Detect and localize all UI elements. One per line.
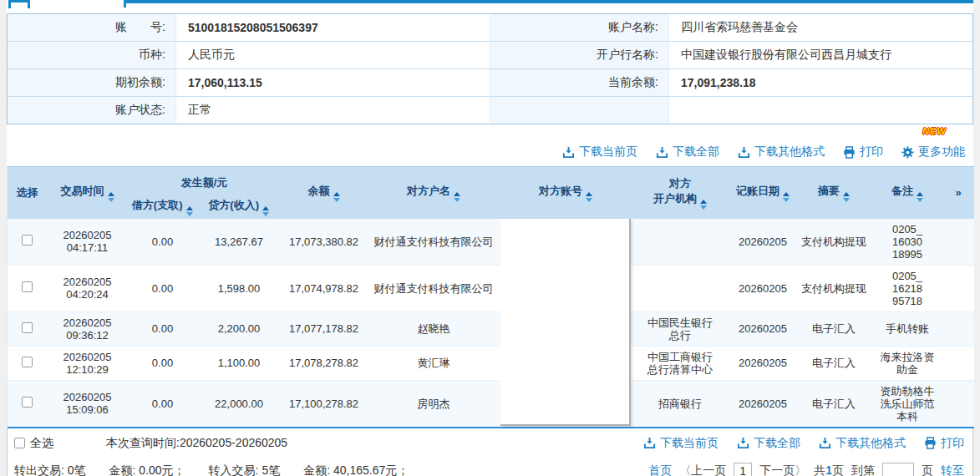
row-checkbox[interactable] <box>22 397 33 408</box>
expand-columns-button[interactable]: » <box>943 167 974 219</box>
header-remark[interactable]: 备注 <box>871 167 943 219</box>
select-all-label: 全选 <box>30 436 53 451</box>
header-debit[interactable]: 借方(支取) <box>128 198 196 216</box>
cell-date: 20260205 <box>729 380 796 428</box>
header-counterparty-name[interactable]: 对方户名 <box>367 167 500 219</box>
download-current-page-link[interactable]: 下载当前页 <box>562 144 637 160</box>
new-badge: NEW <box>922 126 947 136</box>
cell-credit: 1,598.00 <box>197 265 281 311</box>
header-summary[interactable]: 摘要 <box>796 167 871 219</box>
download-other-format-link[interactable]: 下载其他格式 <box>738 144 825 160</box>
tab-fragment[interactable] <box>8 0 30 8</box>
opening-balance-value: 17,060,113.15 <box>176 69 490 97</box>
row-checkbox[interactable] <box>22 322 33 333</box>
account-status-value: 正常 <box>176 97 490 124</box>
transaction-row: 20260205 04:20:24 0.00 1,598.00 17,074,9… <box>8 265 974 311</box>
tab-bar-underline <box>124 0 973 3</box>
account-number-label: 账 号: <box>8 14 176 42</box>
cell-summary: 电子汇入 <box>796 380 871 428</box>
cell-counterparty: 房明杰 <box>367 380 500 428</box>
pagination: 首页 〈上一页 1 下一页〉 共1页 到第 页 转至 <box>648 463 964 476</box>
download-all-link[interactable]: 下载全部 <box>656 144 719 160</box>
currency-label: 币种: <box>8 42 176 69</box>
current-page-number: 1 <box>734 463 752 476</box>
account-name-value: 四川省索玛慈善基金会 <box>669 14 973 42</box>
toolbar: NEW 下载当前页 下载全部 下载其他格式 打印 更多功能 <box>7 124 973 166</box>
row-checkbox[interactable] <box>22 357 33 367</box>
goto-page-unit: 页 <box>922 463 933 476</box>
goto-page-input[interactable] <box>882 463 914 476</box>
cell-debit: 0.00 <box>128 311 197 346</box>
cell-balance: 17,078,278.82 <box>281 346 367 380</box>
total-pages-text: 共1页 <box>814 463 844 476</box>
cell-remark: 0205_ 16218 95718 <box>871 265 943 311</box>
cell-counterparty-bank <box>631 265 729 311</box>
header-counterparty-account[interactable]: 对方账号 <box>500 167 631 219</box>
download-icon <box>643 437 656 449</box>
header-credit[interactable]: 贷方(收入) <box>196 198 281 216</box>
header-counterparty-bank[interactable]: 对方 开户机构 <box>631 167 729 219</box>
cell-counterparty: 赵晓艳 <box>367 311 500 346</box>
sort-icon <box>186 206 193 216</box>
cell-time: 20260205 15:09:06 <box>47 380 128 428</box>
transactions-table-wrap: 选择 交易时间 发生额/元 借方(支取) 贷方(收入) 余额 对方户名 对方账号 <box>7 166 973 428</box>
sort-icon <box>917 192 923 202</box>
cell-summary: 电子汇入 <box>796 346 871 380</box>
sort-icon <box>586 192 592 202</box>
transaction-row: 20260205 12:10:29 0.00 1,100.00 17,078,2… <box>8 346 974 380</box>
row-checkbox[interactable] <box>22 235 33 246</box>
cell-date: 20260205 <box>729 346 796 380</box>
download-all-link[interactable]: 下载全部 <box>737 436 800 451</box>
first-page-link[interactable]: 首页 <box>648 463 672 476</box>
tab-strip <box>7 0 973 13</box>
sort-icon <box>262 206 269 216</box>
cell-date: 20260205 <box>729 219 796 266</box>
cell-remark: 手机转账 <box>871 311 943 346</box>
redaction-overlay <box>500 219 631 426</box>
cell-counterparty-bank <box>631 219 729 266</box>
cell-balance: 17,100,278.82 <box>281 380 367 428</box>
content-panel: 账 号: 51001815208051506397 账户名称: 四川省索玛慈善基… <box>7 0 973 476</box>
account-name-label: 账户名称: <box>490 14 669 42</box>
sort-icon <box>333 192 340 202</box>
header-posting-date[interactable]: 记账日期 <box>729 167 796 219</box>
cell-counterparty-bank: 中国民生银行 总行 <box>631 311 729 346</box>
outgoing-amount: 金额: 0.00元； <box>109 463 185 476</box>
currency-value: 人民币元 <box>176 42 490 69</box>
account-info-row: 账 号: 51001815208051506397 账户名称: 四川省索玛慈善基… <box>8 14 973 42</box>
print-link[interactable]: 打印 <box>924 436 964 451</box>
transaction-row: 20260205 15:09:06 0.00 22,000.00 17,100,… <box>8 380 974 428</box>
prev-page-button[interactable]: 〈上一页 <box>679 463 726 476</box>
download-icon <box>819 437 831 449</box>
row-checkbox[interactable] <box>22 281 33 292</box>
sort-icon <box>783 192 790 202</box>
header-balance[interactable]: 余额 <box>281 167 367 219</box>
select-all-checkbox[interactable] <box>14 438 25 448</box>
print-link[interactable]: 打印 <box>843 144 883 160</box>
next-page-button[interactable]: 下一页〉 <box>759 463 806 476</box>
cell-date: 20260205 <box>729 265 796 311</box>
goto-page-label: 到第 <box>851 463 875 476</box>
cell-credit: 2,200.00 <box>197 311 281 346</box>
printer-icon <box>924 437 937 449</box>
cell-credit: 13,267.67 <box>197 219 281 266</box>
empty-label <box>490 97 669 124</box>
header-select: 选择 <box>8 167 47 219</box>
cell-balance: 17,073,380.82 <box>281 219 367 266</box>
cell-remark: 海来拉洛资 助金 <box>871 346 943 380</box>
goto-page-button[interactable]: 转至 <box>941 463 964 476</box>
header-transaction-time[interactable]: 交易时间 <box>47 167 128 219</box>
cell-debit: 0.00 <box>128 380 197 428</box>
query-time-text: 本次查询时间:20260205-20260205 <box>106 436 287 451</box>
cell-debit: 0.00 <box>128 346 197 380</box>
cell-counterparty: 黄汇琳 <box>367 346 500 380</box>
gear-icon <box>901 146 914 159</box>
cell-counterparty-bank: 中国工商银行 总行清算中心 <box>631 346 729 380</box>
download-icon <box>562 146 575 159</box>
download-current-page-link[interactable]: 下载当前页 <box>643 436 718 451</box>
download-other-format-link[interactable]: 下载其他格式 <box>819 436 906 451</box>
transaction-row: 20260205 09:36:12 0.00 2,200.00 17,077,1… <box>8 311 974 346</box>
cell-remark: 资助勒格牛 洗乐山师范 本科 <box>871 380 943 428</box>
table-header-row: 选择 交易时间 发生额/元 借方(支取) 贷方(收入) 余额 对方户名 对方账号 <box>8 167 974 219</box>
more-functions-link[interactable]: 更多功能 <box>901 144 965 160</box>
